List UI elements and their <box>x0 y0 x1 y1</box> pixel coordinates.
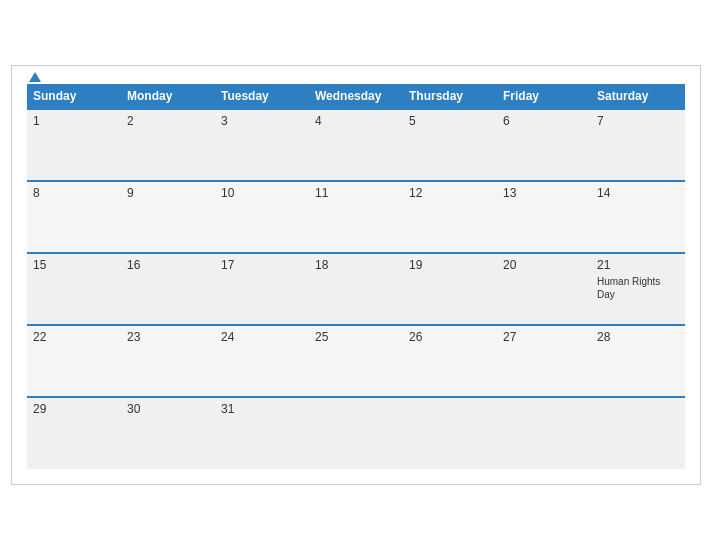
calendar-cell: 31 <box>215 397 309 469</box>
calendar-week-row: 1234567 <box>27 109 685 181</box>
calendar-week-row: 22232425262728 <box>27 325 685 397</box>
calendar-cell: 15 <box>27 253 121 325</box>
day-number: 24 <box>221 330 303 344</box>
day-number: 6 <box>503 114 585 128</box>
calendar-cell: 17 <box>215 253 309 325</box>
calendar-cell: 4 <box>309 109 403 181</box>
day-number: 18 <box>315 258 397 272</box>
calendar-cell: 16 <box>121 253 215 325</box>
calendar-week-row: 293031 <box>27 397 685 469</box>
day-number: 13 <box>503 186 585 200</box>
day-number: 17 <box>221 258 303 272</box>
calendar-cell: 13 <box>497 181 591 253</box>
day-number: 5 <box>409 114 491 128</box>
calendar-cell: 10 <box>215 181 309 253</box>
weekday-header: Wednesday <box>309 84 403 109</box>
day-number: 19 <box>409 258 491 272</box>
calendar-weekdays: SundayMondayTuesdayWednesdayThursdayFrid… <box>27 84 685 109</box>
calendar-cell: 7 <box>591 109 685 181</box>
calendar-cell: 12 <box>403 181 497 253</box>
day-number: 29 <box>33 402 115 416</box>
calendar-cell: 27 <box>497 325 591 397</box>
calendar-cell: 29 <box>27 397 121 469</box>
calendar-cell: 2 <box>121 109 215 181</box>
calendar-cell <box>497 397 591 469</box>
day-number: 21 <box>597 258 679 272</box>
day-number: 11 <box>315 186 397 200</box>
calendar-cell: 28 <box>591 325 685 397</box>
calendar-cell <box>309 397 403 469</box>
weekday-header: Thursday <box>403 84 497 109</box>
calendar-grid: SundayMondayTuesdayWednesdayThursdayFrid… <box>27 84 685 469</box>
calendar-cell: 14 <box>591 181 685 253</box>
weekday-header: Sunday <box>27 84 121 109</box>
calendar-cell <box>403 397 497 469</box>
calendar-cell: 26 <box>403 325 497 397</box>
calendar-cell: 25 <box>309 325 403 397</box>
day-number: 2 <box>127 114 209 128</box>
day-number: 26 <box>409 330 491 344</box>
calendar-week-row: 891011121314 <box>27 181 685 253</box>
calendar-cell: 20 <box>497 253 591 325</box>
day-number: 22 <box>33 330 115 344</box>
day-number: 20 <box>503 258 585 272</box>
day-number: 8 <box>33 186 115 200</box>
weekday-header: Tuesday <box>215 84 309 109</box>
day-number: 1 <box>33 114 115 128</box>
day-number: 7 <box>597 114 679 128</box>
calendar-cell: 8 <box>27 181 121 253</box>
calendar-cell: 11 <box>309 181 403 253</box>
calendar-week-row: 15161718192021Human Rights Day <box>27 253 685 325</box>
day-number: 28 <box>597 330 679 344</box>
calendar-cell <box>591 397 685 469</box>
day-number: 10 <box>221 186 303 200</box>
calendar-cell: 3 <box>215 109 309 181</box>
weekday-header: Friday <box>497 84 591 109</box>
day-number: 12 <box>409 186 491 200</box>
logo-triangle-icon <box>29 72 41 82</box>
logo-blue-text <box>27 68 41 84</box>
calendar-container: SundayMondayTuesdayWednesdayThursdayFrid… <box>11 65 701 485</box>
calendar-cell: 23 <box>121 325 215 397</box>
calendar-cell: 22 <box>27 325 121 397</box>
day-number: 9 <box>127 186 209 200</box>
day-number: 16 <box>127 258 209 272</box>
day-number: 4 <box>315 114 397 128</box>
weekday-header: Monday <box>121 84 215 109</box>
day-number: 15 <box>33 258 115 272</box>
day-number: 23 <box>127 330 209 344</box>
weekday-row: SundayMondayTuesdayWednesdayThursdayFrid… <box>27 84 685 109</box>
calendar-cell: 30 <box>121 397 215 469</box>
day-number: 3 <box>221 114 303 128</box>
weekday-header: Saturday <box>591 84 685 109</box>
calendar-cell: 24 <box>215 325 309 397</box>
calendar-cell: 5 <box>403 109 497 181</box>
day-number: 14 <box>597 186 679 200</box>
day-number: 31 <box>221 402 303 416</box>
calendar-cell: 6 <box>497 109 591 181</box>
calendar-body: 123456789101112131415161718192021Human R… <box>27 109 685 469</box>
calendar-cell: 9 <box>121 181 215 253</box>
calendar-cell: 1 <box>27 109 121 181</box>
day-number: 30 <box>127 402 209 416</box>
logo <box>27 68 41 84</box>
calendar-cell: 21Human Rights Day <box>591 253 685 325</box>
calendar-cell: 18 <box>309 253 403 325</box>
day-number: 25 <box>315 330 397 344</box>
day-number: 27 <box>503 330 585 344</box>
calendar-cell: 19 <box>403 253 497 325</box>
holiday-label: Human Rights Day <box>597 275 679 301</box>
